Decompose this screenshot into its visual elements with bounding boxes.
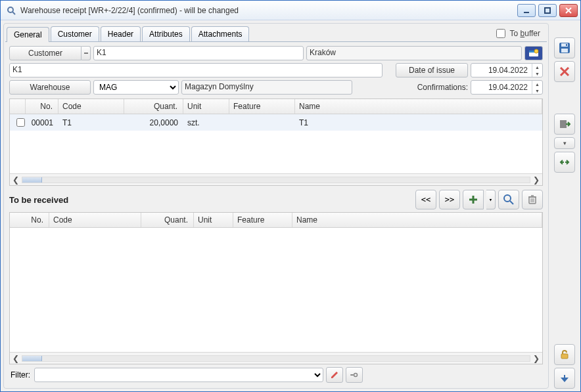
col2-name[interactable]: Name (292, 213, 542, 227)
lock-button[interactable] (554, 344, 575, 365)
to-buffer-toggle[interactable]: To buffer (494, 27, 541, 40)
export-button[interactable] (554, 114, 575, 135)
confirmations-date-input[interactable]: 19.04.2022 ▲▼ (471, 80, 543, 95)
titlebar: Warehouse receipt [WR+-2/22/4] (confirme… (1, 1, 580, 20)
filter-settings-button[interactable] (346, 367, 363, 383)
cell-name: T1 (295, 116, 542, 129)
tab-header[interactable]: Header (101, 26, 141, 41)
window-title: Warehouse receipt [WR+-2/22/4] (confirme… (20, 6, 517, 15)
col-quant[interactable]: Quant. (124, 99, 183, 114)
customer-city-field: Kraków (306, 46, 522, 60)
to-receive-body[interactable] (10, 228, 542, 352)
scroll-right[interactable]: ❯ (530, 175, 542, 185)
tab-label: Customer (58, 30, 92, 39)
filter-row: Filter: (9, 367, 543, 383)
row-checkbox[interactable] (16, 118, 25, 127)
items-header: No. Code Quant. Unit Feature Name (10, 99, 542, 114)
link-button[interactable] (554, 152, 575, 173)
to-receive-columns: No. Code Quant. Unit Feature Name (10, 213, 542, 228)
customer-lookup-icon[interactable] (524, 46, 543, 60)
col-no[interactable]: No. (26, 99, 58, 114)
form-area: Customer K1 Kraków K1 Date of issue 19.0… (5, 42, 547, 95)
to-receive-title: To be received (9, 195, 413, 205)
conf-date-up[interactable]: ▲ (532, 81, 542, 87)
col-unit[interactable]: Unit (183, 99, 229, 114)
svg-point-8 (534, 49, 538, 53)
customer-picker-button[interactable]: Customer (9, 46, 81, 60)
cell-code: T1 (58, 116, 124, 129)
conf-date-down[interactable]: ▼ (532, 87, 542, 94)
cell-unit: szt. (183, 116, 229, 129)
table-row[interactable]: 00001 T1 20,0000 szt. T1 (10, 114, 542, 131)
date-of-issue-value: 19.04.2022 (471, 66, 532, 75)
export-dropdown[interactable]: ▾ (554, 137, 575, 149)
col2-code[interactable]: Code (49, 213, 141, 227)
scroll2-track[interactable] (22, 355, 530, 362)
date-down[interactable]: ▼ (532, 70, 542, 77)
col-feature[interactable]: Feature (229, 99, 295, 114)
warehouse-select[interactable]: MAG (93, 80, 179, 95)
warehouse-name-field: Magazyn Domyślny (181, 80, 352, 95)
to-receive-table: No. Code Quant. Unit Feature Name ❮ ❯ (9, 212, 543, 364)
window-body: General Customer Header Attributes Attac… (3, 23, 578, 389)
scroll-thumb[interactable] (22, 177, 42, 183)
customer-picker-dropdown[interactable] (81, 46, 91, 60)
search-button[interactable] (498, 190, 519, 209)
col-code[interactable]: Code (58, 99, 124, 114)
filter-select[interactable] (34, 368, 323, 382)
tab-attributes[interactable]: Attributes (142, 26, 190, 41)
scroll-track[interactable] (22, 177, 530, 183)
tabstrip: General Customer Header Attributes Attac… (5, 25, 547, 42)
confirmations-label: Confirmations: (396, 83, 468, 92)
delete-button[interactable] (522, 190, 543, 209)
filter-label: Filter: (9, 370, 32, 380)
prev-page-button[interactable]: << (415, 190, 436, 209)
tab-customer[interactable]: Customer (51, 26, 99, 41)
close-button[interactable] (559, 4, 578, 17)
svg-rect-24 (566, 44, 567, 46)
tab-general[interactable]: General (7, 27, 49, 42)
scroll2-left[interactable]: ❮ (10, 354, 22, 363)
col2-feature[interactable]: Feature (233, 213, 292, 227)
filter-edit-button[interactable] (326, 367, 343, 383)
cell-quant: 20,0000 (124, 116, 183, 129)
next-page-button[interactable]: >> (439, 190, 460, 209)
scroll-left[interactable]: ❮ (10, 175, 22, 185)
customer-fullname-field[interactable]: K1 (9, 63, 383, 77)
col-name[interactable]: Name (295, 99, 542, 114)
col2-quant[interactable]: Quant. (141, 213, 194, 227)
cell-feature (229, 121, 295, 125)
to-buffer-checkbox[interactable] (496, 29, 505, 38)
warehouse-picker-button[interactable]: Warehouse (9, 80, 91, 95)
date-of-issue-button[interactable]: Date of issue (396, 63, 468, 77)
date-up[interactable]: ▲ (532, 64, 542, 70)
svg-rect-28 (561, 354, 568, 359)
svg-rect-20 (350, 374, 354, 376)
tab-label: Attributes (149, 30, 183, 39)
svg-point-0 (8, 7, 13, 12)
add-button[interactable] (463, 190, 484, 209)
move-down-button[interactable] (554, 368, 575, 389)
items-body[interactable]: 00001 T1 20,0000 szt. T1 (10, 114, 542, 173)
customer-code-field[interactable]: K1 (93, 46, 304, 60)
scroll2-right[interactable]: ❯ (530, 354, 542, 363)
scroll2-thumb[interactable] (22, 356, 42, 361)
items-hscroll[interactable]: ❮ ❯ (10, 173, 542, 185)
tab-label: Attachments (198, 30, 243, 39)
date-of-issue-input[interactable]: 19.04.2022 ▲▼ (471, 63, 543, 77)
svg-rect-3 (545, 8, 550, 13)
add-dropdown[interactable]: ▾ (486, 190, 496, 209)
items-table: No. Code Quant. Unit Feature Name 00001 … (9, 98, 543, 186)
to-receive-hscroll[interactable]: ❮ ❯ (10, 352, 542, 364)
window-buttons (517, 4, 578, 17)
col2-no[interactable]: No. (10, 213, 49, 227)
save-button[interactable] (554, 37, 575, 58)
col2-unit[interactable]: Unit (194, 213, 233, 227)
app-window: Warehouse receipt [WR+-2/22/4] (confirme… (0, 0, 581, 392)
tab-attachments[interactable]: Attachments (191, 26, 250, 41)
col-checkbox[interactable] (10, 99, 26, 114)
minimize-button[interactable] (517, 4, 536, 17)
app-icon (6, 5, 16, 16)
maximize-button[interactable] (538, 4, 557, 17)
cancel-button[interactable] (554, 61, 575, 82)
